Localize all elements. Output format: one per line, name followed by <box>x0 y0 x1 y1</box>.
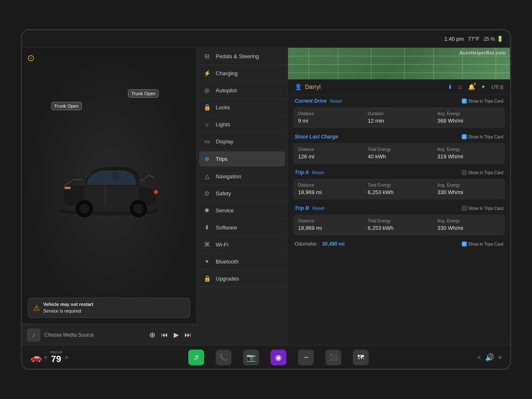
settings-label-charging: Charging <box>216 70 238 76</box>
media-title[interactable]: Choose Media Source <box>44 332 145 338</box>
settings-label-safety: Safety <box>216 190 231 197</box>
trunk-label: Trunk Open <box>128 89 159 98</box>
pedals-icon: ⊟ <box>203 53 211 59</box>
settings-label-upgrades: Upgrades <box>216 276 239 282</box>
app2-button[interactable]: ⬛ <box>325 350 341 365</box>
media-prev-button[interactable]: ⏮ <box>161 331 168 339</box>
home-icon[interactable]: ⌂ <box>458 84 462 90</box>
divider7 <box>364 220 365 229</box>
settings-item-locks[interactable]: 🔒 Locks <box>197 99 288 116</box>
trip-b-avg-energy-value: 330 Wh/mi <box>437 225 500 231</box>
settings-label-display: Display <box>216 138 234 145</box>
media-next-button[interactable]: ⏭ <box>185 331 191 339</box>
settings-item-wifi[interactable]: ⌘ Wi-Fi <box>197 236 288 253</box>
warning-title: Vehicle may not restart <box>43 301 93 308</box>
settings-item-charging[interactable]: ⚡ Charging <box>197 65 288 82</box>
settings-item-autopilot[interactable]: ◎ Autopilot <box>197 82 288 99</box>
media-add-button[interactable]: ⊕ <box>149 330 155 340</box>
trip-a-show-trips[interactable]: Show in Trips Card <box>462 170 503 175</box>
slc-avg-energy-label: Avg. Energy <box>437 147 500 152</box>
lte-icon: LTE ||| <box>492 85 503 89</box>
volume-nav-left[interactable]: < <box>478 354 481 361</box>
phone-app-button[interactable]: 📞 <box>216 350 232 365</box>
user-profile-icon: 👤 <box>295 84 302 90</box>
settings-item-trips[interactable]: ⊕ Trips <box>199 151 285 167</box>
settings-item-bluetooth[interactable]: ✦ Bluetooth <box>197 253 288 270</box>
trip-a-card: Distance 18,969 mi Total Energy 6,253 kW… <box>293 179 505 200</box>
media-play-button[interactable]: ▶ <box>174 331 179 339</box>
download-icon[interactable]: ⬇ <box>448 84 453 90</box>
trip-b-avg-energy: Avg. Energy 330 Wh/mi <box>437 219 500 231</box>
map-app-button[interactable]: 🗺 <box>353 350 369 365</box>
settings-item-service[interactable]: ✱ Service <box>197 202 288 219</box>
camera-icon: 📷 <box>246 353 256 362</box>
svg-point-7 <box>154 190 158 194</box>
current-drive-energy: Avg. Energy 368 Wh/mi <box>437 111 500 124</box>
map-grid <box>288 48 510 79</box>
odometer-checkbox[interactable]: ✓ <box>462 241 467 246</box>
current-drive-reset-button[interactable]: Reset <box>330 99 342 103</box>
trip-b-show-trips[interactable]: Show in Trips Card <box>462 206 503 211</box>
settings-item-lights[interactable]: ☼ Lights <box>197 116 288 133</box>
settings-item-software[interactable]: ⬇ Software <box>197 219 288 236</box>
volume-icon[interactable]: 🔊 <box>485 353 494 362</box>
apps-dots-button[interactable]: ··· <box>298 350 314 365</box>
settings-item-upgrades[interactable]: 🔒 Upgrades <box>197 270 288 287</box>
current-drive-checkbox[interactable]: ✓ <box>462 99 467 103</box>
current-drive-distance-value: 9 mi <box>298 118 361 124</box>
camera-app-button[interactable]: 📷 <box>243 350 259 365</box>
settings-item-safety[interactable]: ⊙ Safety <box>197 185 288 202</box>
settings-label-navigation: Navigation <box>216 173 241 180</box>
trip-b-card: Distance 18,969 mi Total Energy 6,253 kW… <box>293 214 505 235</box>
current-drive-header: Current Drive Reset ✓ Show in Trips Card <box>288 95 510 106</box>
slc-distance: Distance 126 mi <box>298 147 361 160</box>
divider5 <box>364 185 365 194</box>
trip-b-total-energy-value: 6,253 kWh <box>368 225 431 231</box>
temp-nav-right[interactable]: > <box>65 354 68 361</box>
settings-label-trips: Trips <box>216 156 227 162</box>
top-bar: 1:40 pm 77°F 25 % 🔋 <box>22 30 510 48</box>
current-drive-energy-value: 368 Wh/mi <box>437 118 500 124</box>
settings-item-navigation[interactable]: △ Navigation <box>197 168 288 185</box>
trip-b-reset-button[interactable]: Reset <box>312 206 324 211</box>
trip-a-avg-energy-label: Avg. Energy <box>437 183 500 187</box>
media-bar: ♪ Choose Media Source ⊕ ⏮ ▶ ⏭ <box>22 324 196 345</box>
settings-item-pedals[interactable]: ⊟ Pedals & Steering <box>197 48 288 65</box>
phone-icon: 📞 <box>219 353 228 362</box>
car-panel: ⊙ Frunk Open Trunk Open <box>22 48 197 345</box>
trip-b-checkbox[interactable] <box>462 206 467 211</box>
since-last-charge-show-label: Show in Trips Card <box>468 135 503 139</box>
svg-point-3 <box>79 204 89 214</box>
volume-nav-right[interactable]: > <box>498 354 502 361</box>
settings-item-display[interactable]: ▭ Display <box>197 133 288 150</box>
settings-label-lights: Lights <box>216 121 230 128</box>
odometer-show-label: Show in Trips Card <box>468 242 503 246</box>
current-drive-show-trips[interactable]: ✓ Show in Trips Card <box>462 99 503 103</box>
car-bottom-icon[interactable]: 🚗 <box>30 352 42 363</box>
bottom-left: 🚗 < Manual 79 > <box>30 350 113 364</box>
current-drive-show-label: Show in Trips Card <box>468 99 503 103</box>
settings-label-wifi: Wi-Fi <box>216 241 228 248</box>
since-last-charge-checkbox[interactable]: ✓ <box>462 134 467 139</box>
since-last-charge-card: Distance 126 mi Total Energy 40 kWh Avg.… <box>293 143 505 164</box>
divider4 <box>433 149 434 158</box>
trip-a-total-energy-label: Total Energy <box>368 183 431 187</box>
trip-a-reset-button[interactable]: Reset <box>312 170 324 175</box>
current-drive-duration: Duration 12 min <box>368 111 431 124</box>
radio-app-button[interactable]: ◉ <box>271 350 286 365</box>
bell-icon[interactable]: 🔔 <box>468 84 475 90</box>
trips-icon: ⊕ <box>203 155 211 162</box>
odometer-label: Odometer : <box>295 241 320 247</box>
spotify-app-button[interactable]: ♬ <box>188 350 204 365</box>
slc-total-energy: Total Energy 40 kWh <box>368 147 431 160</box>
divider2 <box>433 113 434 122</box>
trip-a-checkbox[interactable] <box>462 170 467 175</box>
odometer-show-trips[interactable]: ✓ Show in Trips Card <box>462 241 503 246</box>
trip-a-header: Trip A Reset Show in Trips Card <box>288 166 510 177</box>
current-drive-duration-label: Duration <box>368 111 431 116</box>
warning-text: Vehicle may not restart Service is requi… <box>43 301 93 314</box>
current-drive-card: Distance 9 mi Duration 12 min Avg. Energ… <box>293 107 505 128</box>
since-last-charge-show-trips[interactable]: ✓ Show in Trips Card <box>462 134 503 139</box>
odometer-value: 30,490 mi <box>322 241 345 247</box>
temp-nav-left[interactable]: < <box>44 354 47 361</box>
